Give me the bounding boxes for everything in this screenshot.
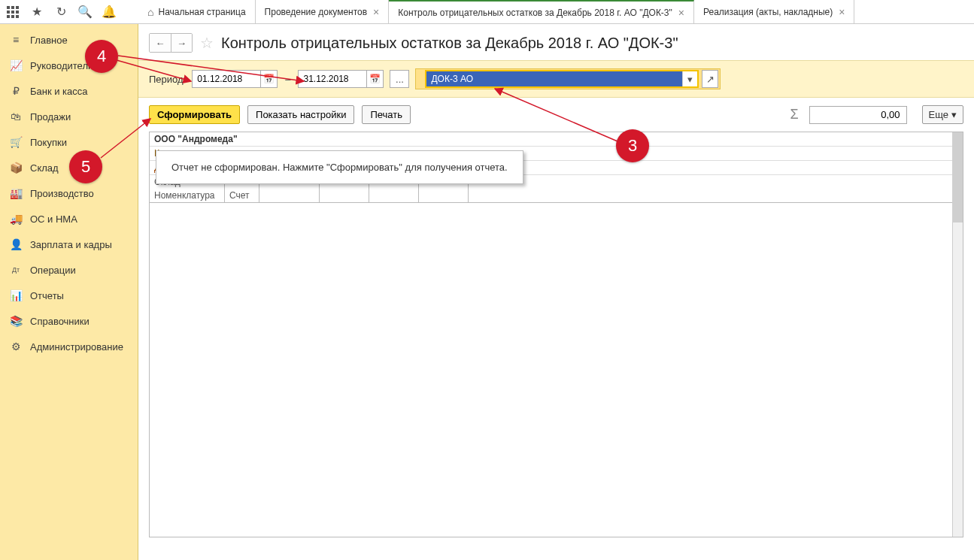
callout-4: 4 xyxy=(85,40,118,73)
truck-icon: 🚚 xyxy=(9,212,23,226)
sidebar-item-label: Отчеты xyxy=(30,290,64,301)
generate-button[interactable]: Сформировать xyxy=(149,105,240,124)
calendar-icon[interactable]: 📅 xyxy=(366,71,383,87)
org-highlight: ▾ ↗ xyxy=(415,68,721,89)
grid-org-header: ООО "Андромеда" xyxy=(150,132,963,147)
tooltip-text: Отчет не сформирован. Нажмите "Сформиров… xyxy=(171,162,508,173)
search-icon[interactable]: 🔍 xyxy=(78,5,92,19)
sidebar-item-operations[interactable]: ДтОперации xyxy=(0,257,138,283)
bag-icon: 🛍 xyxy=(9,110,23,123)
tab-label: Контроль отрицательных остатков за Декаб… xyxy=(398,8,672,18)
report-tooltip: Отчет не сформирован. Нажмите "Сформиров… xyxy=(156,150,523,184)
grid-col-nomen: Номенклатура xyxy=(150,189,225,202)
date-dash: – xyxy=(284,74,292,85)
factory-icon: 🏭 xyxy=(9,186,23,200)
chevron-down-icon: ▾ xyxy=(951,109,957,120)
action-row: Сформировать Показать настройки Печать Σ… xyxy=(138,98,974,132)
sidebar-item-hr[interactable]: 👤Зарплата и кадры xyxy=(0,232,138,257)
callout-5: 5 xyxy=(69,150,102,183)
sidebar-item-label: Продажи xyxy=(30,111,71,123)
section-sidebar: ≡Главное 📈Руководителю ₽Банк и касса 🛍Пр… xyxy=(0,24,138,560)
dtct-icon: Дт xyxy=(9,263,23,277)
close-icon[interactable]: × xyxy=(678,7,684,19)
grid-col-b3 xyxy=(369,189,419,202)
favorite-icon[interactable]: ★ xyxy=(30,5,44,19)
ruble-icon: ₽ xyxy=(9,84,23,98)
sidebar-item-label: Главное xyxy=(30,35,68,46)
tab-sales[interactable]: Реализация (акты, накладные) × xyxy=(694,0,854,23)
org-input[interactable] xyxy=(426,71,682,86)
date-from-input[interactable] xyxy=(193,71,260,87)
vertical-scrollbar[interactable] xyxy=(952,132,963,537)
tab-neg-balance[interactable]: Контроль отрицательных остатков за Декаб… xyxy=(389,0,694,23)
sidebar-item-assets[interactable]: 🚚ОС и НМА xyxy=(0,206,138,232)
sidebar-item-admin[interactable]: ⚙Администрирование xyxy=(0,334,138,359)
tabs-bar: ⌂ Начальная страница Проведение документ… xyxy=(138,0,974,24)
home-icon: ⌂ xyxy=(147,6,153,18)
sidebar-item-reports[interactable]: 📊Отчеты xyxy=(0,283,138,308)
scrollbar-thumb[interactable] xyxy=(952,132,963,222)
chart-icon: 📈 xyxy=(9,59,23,72)
callout-3: 3 xyxy=(616,129,649,162)
cart-icon: 🛒 xyxy=(9,135,23,149)
date-from-field[interactable]: 📅 xyxy=(192,70,278,88)
grid-col-b4 xyxy=(419,189,469,202)
sidebar-item-production[interactable]: 🏭Производство xyxy=(0,180,138,206)
sidebar-item-label: Справочники xyxy=(30,316,90,327)
apps-icon[interactable] xyxy=(6,5,20,19)
content-area: ← → ☆ Контроль отрицательных остатков за… xyxy=(138,24,974,560)
tab-label: Реализация (акты, накладные) xyxy=(703,7,833,17)
sidebar-item-catalogs[interactable]: 📚Справочники xyxy=(0,308,138,334)
sidebar-item-label: Администрирование xyxy=(30,341,123,353)
calendar-icon[interactable]: 📅 xyxy=(260,71,277,87)
date-to-field[interactable]: 📅 xyxy=(298,70,384,88)
period-label: Период: xyxy=(149,74,186,85)
gear-icon: ⚙ xyxy=(9,340,23,353)
sidebar-item-label: Покупки xyxy=(30,137,67,148)
bell-icon[interactable]: 🔔 xyxy=(102,5,116,19)
nav-back-button[interactable]: ← xyxy=(150,34,171,52)
org-combo[interactable]: ▾ xyxy=(425,70,699,88)
sidebar-item-label: Операции xyxy=(30,265,76,276)
bars-icon: 📊 xyxy=(9,289,23,302)
report-grid: ООО "Андромеда" Ко До Склад Номенклатура… xyxy=(149,132,963,537)
sidebar-item-label: Производство xyxy=(30,188,94,199)
chevron-down-icon[interactable]: ▾ xyxy=(682,71,697,86)
history-icon[interactable]: ↻ xyxy=(54,5,68,19)
period-bar: Период: 📅 – 📅 ... ▾ ↗ xyxy=(138,60,974,98)
sidebar-item-bank[interactable]: ₽Банк и касса xyxy=(0,78,138,104)
date-to-input[interactable] xyxy=(299,71,366,87)
sidebar-item-label: ОС и НМА xyxy=(30,213,77,225)
grid-col-b2 xyxy=(320,189,369,202)
period-choose-button[interactable]: ... xyxy=(390,70,409,88)
tab-label: Начальная страница xyxy=(158,7,245,17)
page-title: Контроль отрицательных остатков за Декаб… xyxy=(221,35,678,52)
tab-label: Проведение документов xyxy=(265,7,368,17)
sidebar-item-main[interactable]: ≡Главное xyxy=(0,27,138,53)
menu-icon: ≡ xyxy=(9,33,23,47)
nav-forward-button[interactable]: → xyxy=(171,34,192,52)
box-icon: 📦 xyxy=(9,161,23,174)
print-button[interactable]: Печать xyxy=(362,105,411,124)
more-button[interactable]: Еще▾ xyxy=(922,105,963,124)
tab-home[interactable]: ⌂ Начальная страница xyxy=(138,0,256,23)
sidebar-item-purchases[interactable]: 🛒Покупки xyxy=(0,129,138,155)
show-settings-button[interactable]: Показать настройки xyxy=(247,105,354,124)
star-icon[interactable]: ☆ xyxy=(200,34,214,52)
person-icon: 👤 xyxy=(9,238,23,251)
close-icon[interactable]: × xyxy=(839,6,845,18)
grid-col-schet: Счет xyxy=(225,189,259,202)
org-open-button[interactable]: ↗ xyxy=(702,70,718,88)
close-icon[interactable]: × xyxy=(373,6,379,18)
nav-arrows: ← → xyxy=(149,33,193,53)
books-icon: 📚 xyxy=(9,314,23,328)
sidebar-item-label: Зарплата и кадры xyxy=(30,239,112,250)
sidebar-item-label: Банк и касса xyxy=(30,86,88,97)
sigma-icon: Σ xyxy=(787,107,801,123)
title-row: ← → ☆ Контроль отрицательных остатков за… xyxy=(138,24,974,60)
grid-col-b1 xyxy=(259,189,320,202)
sidebar-item-sales[interactable]: 🛍Продажи xyxy=(0,104,138,129)
sidebar-item-label: Склад xyxy=(30,162,59,174)
tab-posting[interactable]: Проведение документов × xyxy=(256,0,390,23)
sum-field[interactable] xyxy=(809,106,907,124)
